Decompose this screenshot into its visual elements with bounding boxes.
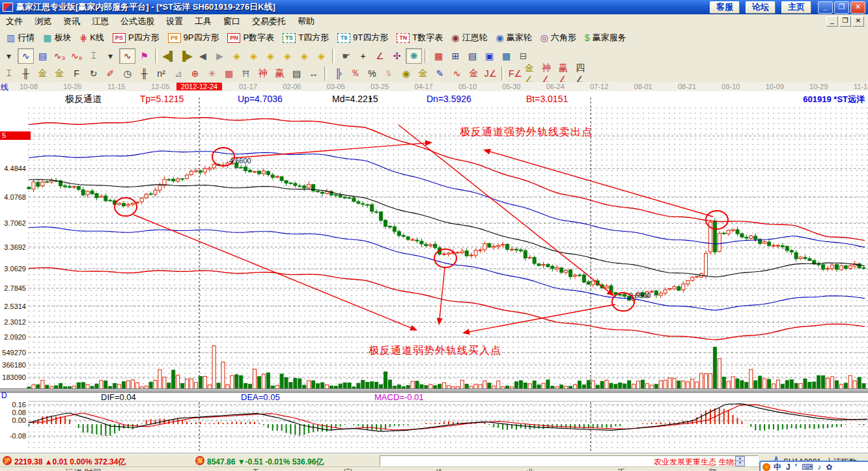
ime-glyph[interactable]: J bbox=[786, 463, 791, 471]
title-link-1[interactable]: 论坛 bbox=[746, 1, 776, 14]
title-bar[interactable]: 赢家江恩专业版[赢家内部服务平台] - [*ST远洋 SH601919-276日… bbox=[0, 0, 868, 14]
tb2-angle-tool-icon[interactable]: ∠ bbox=[372, 48, 388, 64]
chart-area[interactable]: 极反通道 ▼ 601919 *ST远洋 5 极反通道强势外轨线卖出点 极反通道弱… bbox=[0, 91, 868, 453]
toolbar1-p-square[interactable]: PSP四方形 bbox=[111, 31, 161, 45]
tb3-si-angle-icon[interactable]: 四∠ bbox=[575, 66, 591, 81]
tb3-h-mark-icon[interactable]: Ħ bbox=[238, 66, 254, 81]
tb3-comb-2-icon[interactable]: ╫ bbox=[136, 66, 152, 81]
ime-glyph[interactable]: ⌨ bbox=[802, 463, 813, 471]
tb3-spiral-tool-icon[interactable]: ↻ bbox=[85, 66, 102, 81]
tb2-calendar-icon[interactable]: ▦ bbox=[430, 48, 447, 64]
toolbar1-t-number-table[interactable]: TNT数字表 bbox=[395, 31, 445, 45]
tb2-last-page-icon[interactable]: ▐▶ bbox=[178, 48, 194, 64]
spinner-down-button[interactable]: ▼ bbox=[735, 461, 745, 466]
tb3-circle-cross-icon[interactable]: ⊕ bbox=[187, 66, 203, 81]
toolbar1-p9-square[interactable]: P99P四方形 bbox=[166, 31, 221, 45]
tb3-n-square-icon[interactable]: n² bbox=[153, 66, 169, 81]
tb3-shen-comb-icon[interactable]: 神 bbox=[255, 66, 271, 81]
tb2-printer-icon[interactable]: ⊟ bbox=[515, 48, 531, 64]
tb3-width-arrows-icon[interactable]: ↔ bbox=[305, 66, 322, 81]
tb3-percent-red-icon[interactable]: ％ bbox=[347, 66, 363, 81]
tb3-pen-marker-icon[interactable]: ✐ bbox=[102, 66, 119, 81]
tb3-web-square-icon[interactable]: ▦ bbox=[221, 66, 237, 81]
tb3-angle-gray-icon[interactable]: ⊿ bbox=[170, 66, 186, 81]
tb3-time-circle-icon[interactable]: ◷ bbox=[119, 66, 135, 81]
close-button[interactable]: ✕ bbox=[850, 1, 865, 14]
ime-glyph[interactable]: ✿ bbox=[826, 463, 832, 471]
tb3-comb-tool-icon[interactable]: ╫ bbox=[18, 66, 34, 81]
toolbar1-p-number-table[interactable]: PNP数字表 bbox=[225, 31, 276, 45]
menu-资讯[interactable]: 资讯 bbox=[57, 14, 86, 29]
tb2-diamond-compress-icon[interactable]: ◈ bbox=[279, 48, 296, 64]
tb3-gold-line-icon[interactable]: 金 bbox=[415, 66, 431, 81]
tb2-save-disk-icon[interactable]: ▣ bbox=[481, 48, 497, 64]
tb2-first-page-icon[interactable]: ◀▌ bbox=[161, 48, 177, 64]
tb3-percent-line-icon[interactable]: ﹪ bbox=[381, 66, 397, 81]
menu-设置[interactable]: 设置 bbox=[160, 14, 189, 29]
tb3-f-angle-icon[interactable]: F∠ bbox=[507, 66, 524, 81]
mdi-restore-button[interactable]: ❐ bbox=[839, 16, 851, 27]
title-link-0[interactable]: 客服 bbox=[710, 1, 740, 14]
tb2-crosshair-tool-icon[interactable]: + bbox=[355, 48, 371, 64]
tb2-smart-tool-icon[interactable]: ❋ bbox=[406, 48, 422, 64]
tb3-gold-comb-2-icon[interactable]: 金 bbox=[51, 66, 68, 81]
tb3-pen-blue-icon[interactable]: ✎ bbox=[432, 66, 448, 81]
tb2-bars-3-icon[interactable]: ∿₃ bbox=[51, 48, 68, 64]
ime-glyph[interactable]: ♪ bbox=[817, 463, 821, 471]
input-method-bar[interactable]: 中J’⌨♪✿ bbox=[759, 461, 868, 471]
tb2-bars-9-icon[interactable]: ∿₉ bbox=[68, 48, 85, 64]
title-link-2[interactable]: 主页 bbox=[781, 1, 811, 14]
tb3-gold-red-line-icon[interactable]: 金 bbox=[466, 66, 482, 81]
tb3-shen-angle-icon[interactable]: 神∠ bbox=[541, 66, 557, 81]
menu-浏览[interactable]: 浏览 bbox=[29, 14, 57, 29]
tb3-ruler-tool-icon[interactable]: ⌶ bbox=[1, 66, 17, 81]
mdi-minimize-button[interactable]: _ bbox=[826, 16, 838, 27]
tb2-gann-fan-tool-icon[interactable]: ✣ bbox=[389, 48, 405, 64]
toolbar1-gann-wheel[interactable]: ◉江恩轮 bbox=[449, 31, 489, 45]
menu-交易委托[interactable]: 交易委托 bbox=[246, 14, 292, 29]
toolbar1-hexagon[interactable]: ◎六角形 bbox=[539, 31, 578, 45]
tb2-gann-chart-icon[interactable]: ∿ bbox=[119, 48, 135, 64]
tb2-diamond-hmove-icon[interactable]: ◈ bbox=[262, 48, 279, 64]
tb3-ruler-123-icon[interactable]: ▤ bbox=[288, 66, 305, 81]
tb2-hand-tool-icon[interactable]: ☛ bbox=[338, 48, 354, 64]
menu-文件[interactable]: 文件 bbox=[0, 14, 29, 29]
tb2-diamond-left-icon[interactable]: ◈ bbox=[229, 48, 245, 64]
tb2-next-bar-icon[interactable]: ▶ bbox=[212, 48, 228, 64]
tb3-gold-comb-1-icon[interactable]: 金 bbox=[35, 66, 51, 81]
tb3-ying-comb-icon[interactable]: 赢 bbox=[272, 66, 288, 81]
menu-江恩[interactable]: 江恩 bbox=[86, 14, 115, 29]
tb2-notes-icon[interactable]: ▤ bbox=[464, 48, 481, 64]
tb3-measure-tool-icon[interactable]: ╠ bbox=[330, 66, 346, 81]
tb2-calculator-icon[interactable]: ⊞ bbox=[447, 48, 464, 64]
tb3-gold-circle-icon[interactable]: ◉ bbox=[398, 66, 414, 81]
tb2-color-flag-icon[interactable]: ⚑ bbox=[136, 48, 152, 64]
tb3-gold-angle-icon[interactable]: 金∠ bbox=[524, 66, 540, 81]
toolbar1-quotes[interactable]: ▥行情 bbox=[5, 31, 36, 45]
tb2-diamond-full-icon[interactable]: ◈ bbox=[313, 48, 329, 64]
restore-button[interactable]: ❐ bbox=[834, 1, 849, 14]
tb2-candle-style-icon[interactable]: ⌶ bbox=[85, 48, 102, 64]
menu-帮助[interactable]: 帮助 bbox=[292, 14, 320, 29]
tb2-quote-board-icon[interactable]: ▤ bbox=[35, 48, 51, 64]
ime-glyph[interactable]: 中 bbox=[774, 462, 781, 471]
toolbar1-winner-wheel[interactable]: ◉赢家轮 bbox=[494, 31, 533, 45]
tb3-percent-icon[interactable]: % bbox=[364, 66, 380, 81]
tb2-candle-dropdown-icon[interactable]: ▾ bbox=[102, 48, 119, 64]
mdi-close-button[interactable]: ✕ bbox=[852, 16, 864, 27]
tb3-f-comb-icon[interactable]: F bbox=[68, 66, 85, 81]
tb3-j-angle-icon[interactable]: J∠ bbox=[483, 66, 499, 81]
ime-glyph[interactable]: ’ bbox=[795, 463, 797, 471]
tb3-ying-angle-icon[interactable]: 赢∠ bbox=[558, 66, 574, 81]
tb2-dropdown-arrow-icon[interactable]: ▾ bbox=[1, 48, 17, 64]
tb2-network-icon[interactable]: ▩ bbox=[498, 48, 514, 64]
toolbar1-t9-square[interactable]: T99T四方形 bbox=[335, 31, 390, 45]
minimize-button[interactable]: _ bbox=[818, 1, 833, 14]
toolbar1-winner-service[interactable]: $赢家服务 bbox=[583, 31, 628, 45]
tb3-web-tool-icon[interactable]: ✳ bbox=[204, 66, 220, 81]
tb2-diamond-expand-icon[interactable]: ◈ bbox=[296, 48, 313, 64]
tb2-trend-chart-icon[interactable]: ∿ bbox=[18, 48, 34, 64]
toolbar1-sectors[interactable]: ▦板块 bbox=[41, 31, 73, 45]
tb2-prev-bar-icon[interactable]: ◀ bbox=[195, 48, 211, 64]
menu-窗口[interactable]: 窗口 bbox=[217, 14, 246, 29]
